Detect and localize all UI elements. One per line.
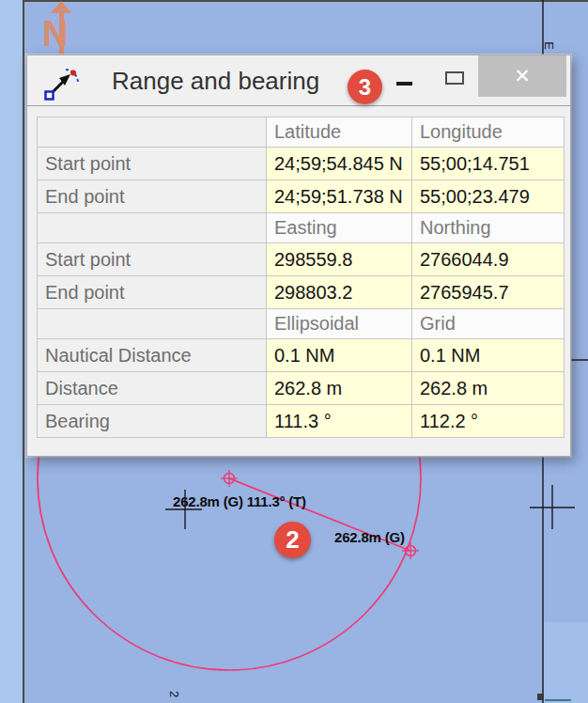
header-spacer — [38, 213, 267, 243]
table-row: End point 24;59;51.738 N 55;00;23.479 — [38, 180, 565, 213]
grid-label-bottom: 2 — [167, 691, 181, 697]
col-header-longitude: Longitude — [412, 117, 565, 148]
range-bearing-icon — [42, 67, 84, 101]
maximize-icon — [445, 71, 464, 85]
table-row: Start point 298559.8 2766044.9 — [38, 243, 565, 276]
col-header-latitude: Latitude — [267, 117, 412, 148]
dialog-title: Range and bearing — [112, 55, 319, 106]
value-cell: 298559.8 — [267, 243, 412, 276]
grid-label-east: E — [542, 41, 556, 50]
tutorial-step-badge-2: 2 — [274, 522, 311, 558]
dialog-titlebar[interactable]: Range and bearing 3 ✕ — [27, 55, 570, 106]
table-row: End point 298803.2 2765945.7 — [38, 276, 565, 309]
row-label: Nautical Distance — [38, 339, 267, 372]
value-cell: 298803.2 — [267, 276, 412, 309]
minimize-icon — [396, 82, 412, 86]
table-header-row: Easting Northing — [38, 213, 565, 243]
value-cell: 262.8 m — [412, 372, 565, 405]
value-cell: 2765945.7 — [412, 276, 565, 309]
north-arrow: N — [41, 1, 85, 61]
close-icon: ✕ — [514, 65, 531, 87]
table-row: Nautical Distance 0.1 NM 0.1 NM — [38, 339, 565, 372]
maximize-button[interactable] — [441, 65, 478, 95]
value-cell: 262.8 m — [267, 372, 412, 405]
value-cell: 0.1 NM — [412, 339, 565, 372]
value-cell: 55;00;23.479 — [412, 180, 565, 213]
col-header-grid: Grid — [412, 309, 565, 339]
table-header-row: Ellipsoidal Grid — [38, 309, 565, 339]
tutorial-step-badge-3: 3 — [348, 70, 382, 104]
row-label: End point — [38, 180, 267, 213]
minimize-button[interactable] — [396, 82, 434, 104]
range-bearing-table: Latitude Longitude Start point 24;59;54.… — [37, 117, 565, 438]
row-label: Start point — [38, 243, 267, 276]
measure-label-range: 262.8m (G) — [334, 529, 405, 545]
value-cell: 0.1 NM — [267, 339, 412, 372]
col-header-easting: Easting — [267, 213, 412, 243]
table-row: Bearing 111.3 ° 112.2 ° — [38, 405, 565, 438]
col-header-ellipsoidal: Ellipsoidal — [267, 309, 412, 339]
value-cell: 24;59;51.738 N — [267, 180, 412, 213]
close-button[interactable]: ✕ — [478, 55, 566, 97]
range-bearing-dialog: Range and bearing 3 ✕ Latitude Longitude… — [26, 55, 571, 457]
row-label: Start point — [38, 148, 267, 180]
table-header-row: Latitude Longitude — [38, 117, 565, 148]
value-cell: 24;59;54.845 N — [267, 148, 412, 180]
north-label: N — [42, 16, 68, 52]
header-spacer — [38, 117, 267, 148]
value-cell: 55;00;14.751 — [412, 148, 565, 180]
value-cell: 111.3 ° — [267, 405, 412, 438]
value-cell: 2766044.9 — [412, 243, 565, 276]
table-row: Distance 262.8 m 262.8 m — [38, 372, 565, 405]
col-header-northing: Northing — [412, 213, 565, 243]
row-label: Distance — [38, 372, 267, 405]
value-cell: 112.2 ° — [412, 405, 565, 438]
row-label: End point — [38, 276, 267, 309]
map-margin-patch — [544, 622, 588, 703]
header-spacer — [38, 309, 267, 339]
measure-label-range-bearing: 262.8m (G) 111.3° (T) — [173, 493, 306, 509]
row-label: Bearing — [38, 405, 267, 438]
table-row: Start point 24;59;54.845 N 55;00;14.751 — [38, 148, 565, 180]
